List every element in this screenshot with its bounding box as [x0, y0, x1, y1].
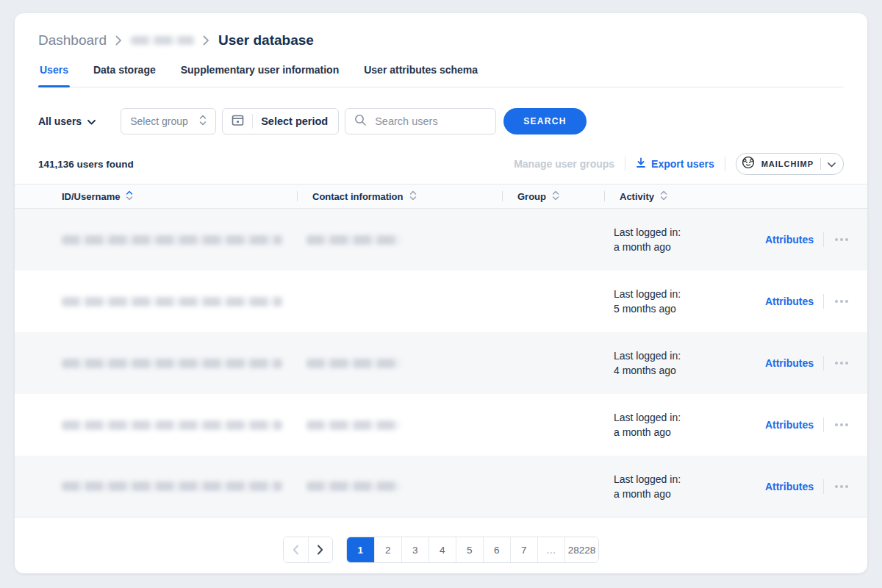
redacted-contact-text — [306, 420, 401, 430]
activity-cell: Last logged in:5 months ago — [604, 270, 746, 332]
page-title: User database — [218, 32, 314, 49]
tab-label: User attributes schema — [364, 64, 478, 76]
activity-line1: Last logged in: — [614, 472, 681, 487]
activity-line2: a month ago — [614, 487, 681, 501]
row-menu-button[interactable] — [833, 482, 850, 491]
scope-label: All users — [38, 115, 82, 127]
attributes-link[interactable]: Attributes — [765, 481, 814, 492]
export-users-label: Export users — [651, 158, 714, 170]
page-button-4[interactable]: 4 — [429, 537, 456, 562]
sort-icon[interactable] — [660, 190, 667, 203]
period-select[interactable]: Select period — [222, 108, 339, 135]
tab-label: Supplementary user information — [181, 64, 339, 76]
row-menu-button[interactable] — [833, 297, 850, 306]
search-input[interactable] — [373, 115, 487, 128]
page-ellipsis: … — [537, 537, 564, 562]
tab-label: Users — [40, 64, 68, 76]
tabs: UsersData storageSupplementary user info… — [38, 64, 844, 87]
redacted-id-text — [62, 481, 282, 491]
activity-cell: Last logged in:a month ago — [604, 456, 746, 517]
attributes-link[interactable]: Attributes — [765, 234, 814, 245]
page-button-7[interactable]: 7 — [510, 537, 537, 562]
page-button-6[interactable]: 6 — [483, 537, 510, 562]
redacted-contact-text — [306, 481, 401, 491]
scope-dropdown[interactable]: All users — [38, 115, 96, 127]
attributes-link[interactable]: Attributes — [765, 295, 814, 307]
row-menu-button[interactable] — [833, 420, 850, 429]
activity-cell: Last logged in:a month ago — [604, 394, 746, 456]
mailchimp-label: MAILCHIMP — [761, 159, 814, 168]
search-box — [345, 108, 496, 135]
sort-icon[interactable] — [552, 190, 559, 203]
activity-line1: Last logged in: — [614, 410, 681, 425]
group-select[interactable]: Select group — [121, 108, 216, 135]
column-header-id-username[interactable]: ID/Username — [62, 184, 297, 208]
mailchimp-button[interactable]: MAILCHIMP — [736, 153, 844, 175]
activity-line1: Last logged in: — [614, 225, 681, 240]
column-header-activity[interactable]: Activity — [604, 184, 746, 208]
pagination: 1234567…28228 — [15, 537, 867, 563]
summary-row: 141,136 users found Manage user groups E… — [38, 154, 844, 174]
row-actions-cell: Attributes — [746, 394, 850, 456]
pagination-pages: 1234567…28228 — [346, 537, 600, 563]
column-label: Contact information — [312, 191, 404, 202]
id-username-cell — [62, 456, 297, 517]
activity-line1: Last logged in: — [614, 348, 681, 363]
sort-icon[interactable] — [126, 190, 133, 203]
contact-information-cell — [297, 456, 502, 517]
attributes-link[interactable]: Attributes — [765, 419, 814, 431]
group-cell — [502, 332, 604, 394]
id-username-cell — [62, 332, 297, 394]
table-row: Last logged in:a month agoAttributes — [15, 456, 867, 517]
breadcrumb: Dashboard User database — [38, 32, 844, 49]
redacted-contact-text — [306, 235, 401, 245]
breadcrumb-dashboard[interactable]: Dashboard — [38, 32, 107, 49]
tab-supplementary-user-information[interactable]: Supplementary user information — [179, 64, 340, 87]
divider — [252, 114, 253, 129]
tab-users[interactable]: Users — [38, 64, 70, 87]
id-username-cell — [62, 394, 297, 456]
column-header-group[interactable]: Group — [502, 184, 604, 208]
column-label: ID/Username — [62, 191, 120, 202]
table-row: Last logged in:4 months agoAttributes — [15, 332, 867, 394]
sort-icon[interactable] — [409, 190, 417, 203]
prev-page-button[interactable] — [284, 537, 308, 562]
column-header-contact-information[interactable]: Contact information — [297, 184, 502, 208]
page-button-3[interactable]: 3 — [401, 537, 429, 562]
row-actions-cell: Attributes — [746, 209, 850, 270]
table-row: Last logged in:5 months agoAttributes — [15, 270, 867, 332]
divider — [502, 191, 503, 201]
chevron-right-icon — [203, 35, 209, 46]
divider — [725, 157, 725, 171]
breadcrumb-project-redacted[interactable] — [131, 36, 194, 45]
contact-information-cell — [297, 270, 502, 332]
page-button-1[interactable]: 1 — [347, 537, 374, 562]
page-button-5[interactable]: 5 — [456, 537, 483, 562]
export-users-button[interactable]: Export users — [636, 157, 714, 171]
group-cell — [502, 456, 604, 517]
group-select-placeholder: Select group — [130, 115, 188, 127]
table-row: Last logged in:a month agoAttributes — [15, 209, 867, 270]
divider — [823, 294, 824, 309]
group-cell — [502, 394, 604, 456]
page-button-28228[interactable]: 28228 — [564, 537, 599, 562]
download-icon — [636, 157, 646, 171]
row-menu-button[interactable] — [833, 235, 850, 244]
tab-data-storage[interactable]: Data storage — [92, 64, 157, 87]
search-button[interactable]: SEARCH — [503, 108, 586, 135]
next-page-button[interactable] — [308, 537, 332, 562]
filter-bar: All users Select group Select period SEA… — [38, 108, 844, 135]
redacted-contact-text — [306, 359, 401, 368]
tab-user-attributes-schema[interactable]: User attributes schema — [362, 64, 479, 87]
row-menu-button[interactable] — [833, 359, 850, 368]
calendar-icon — [232, 114, 244, 129]
pagination-arrows — [283, 537, 333, 563]
attributes-link[interactable]: Attributes — [765, 357, 814, 369]
id-username-cell — [62, 270, 297, 332]
divider — [823, 356, 824, 370]
table-toolbar: Manage user groups Export users MAILCHIM… — [514, 153, 844, 175]
activity-cell: Last logged in:4 months ago — [604, 332, 746, 394]
contact-information-cell — [297, 209, 502, 270]
page-button-2[interactable]: 2 — [374, 537, 401, 562]
manage-user-groups-button[interactable]: Manage user groups — [514, 158, 614, 170]
